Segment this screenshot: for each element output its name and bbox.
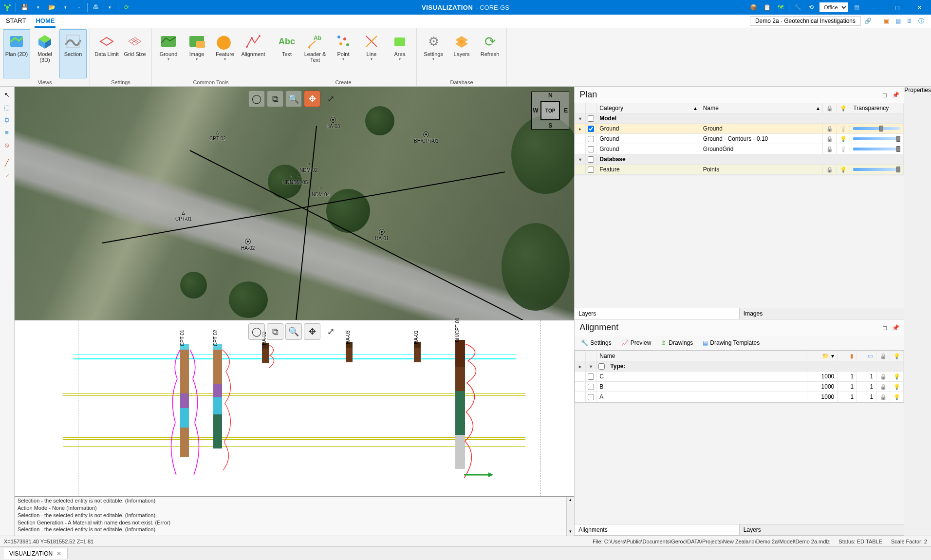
plan-tab-images[interactable]: Images: [740, 308, 905, 319]
point-button[interactable]: Point▾: [330, 29, 357, 78]
row-check[interactable]: [588, 126, 594, 132]
status-file: File: C:\Users\Public\Documents\Geroc\DA…: [593, 539, 830, 544]
ground-button[interactable]: Ground▾: [155, 29, 182, 78]
align-preview-button[interactable]: 📈Preview: [617, 337, 656, 348]
group-type-check[interactable]: [598, 363, 605, 370]
text-button[interactable]: AbcText: [273, 29, 300, 78]
pointer-tool[interactable]: ↖: [1, 89, 13, 100]
panel-pin-icon[interactable]: 📌: [892, 324, 899, 331]
window-close[interactable]: ✕: [910, 0, 929, 15]
pan-icon[interactable]: ✥: [304, 323, 320, 340]
align-templates-button[interactable]: ▤Drawing Templates: [698, 337, 764, 348]
select-poly-tool[interactable]: ⯐: [1, 114, 13, 126]
image-button[interactable]: Image▾: [183, 29, 210, 78]
row-check[interactable]: [588, 394, 594, 400]
wrench-icon[interactable]: 🔧: [792, 2, 803, 13]
select-rect-tool[interactable]: ⬚: [1, 101, 13, 113]
row-check[interactable]: [588, 373, 594, 380]
select-line-tool[interactable]: ≡: [1, 127, 13, 138]
orbit-icon[interactable]: ◯: [248, 91, 265, 107]
box-icon[interactable]: 📦: [748, 2, 759, 13]
row-check[interactable]: [588, 146, 594, 152]
row-check[interactable]: [588, 136, 594, 142]
measure-line-tool[interactable]: ╱: [1, 157, 13, 168]
compass[interactable]: N S W E TOP: [531, 92, 569, 130]
row-check[interactable]: [588, 384, 594, 390]
rib-box-icon[interactable]: ▣: [881, 16, 891, 26]
zoom-window-icon[interactable]: ⧉: [267, 91, 283, 107]
col-a[interactable]: 📁▾: [807, 351, 838, 361]
extent-icon[interactable]: ⤢: [322, 91, 339, 107]
plan-2d-button[interactable]: Plan (2D): [3, 29, 30, 78]
group-model-check[interactable]: [588, 115, 594, 122]
row-check[interactable]: [588, 167, 594, 173]
window-minimize[interactable]: —: [865, 0, 884, 15]
col-name[interactable]: Name: [596, 351, 807, 361]
map-icon[interactable]: 🗺: [775, 2, 786, 13]
close-tab-icon[interactable]: ✕: [56, 550, 61, 557]
feature-button[interactable]: ⬤▾Feature▾: [211, 29, 239, 78]
bottom-tab-visualization[interactable]: VISUALIZATION✕: [3, 548, 68, 559]
db-settings-button[interactable]: ⚙Settings▾: [420, 29, 447, 78]
grid-size-button[interactable]: Grid Size: [121, 29, 149, 78]
align-settings-button[interactable]: 🔧Settings: [577, 337, 615, 348]
refresh-button[interactable]: ⟳Refresh: [476, 29, 503, 78]
col-category[interactable]: Category ▴: [596, 103, 700, 113]
tab-start[interactable]: START: [5, 15, 27, 28]
extent-icon[interactable]: ⤢: [322, 323, 339, 340]
line-button[interactable]: Line▾: [358, 29, 385, 78]
save-icon[interactable]: 💾: [19, 2, 30, 13]
measure-poly-tool[interactable]: ⟋: [1, 169, 13, 181]
data-limit-button[interactable]: Data Limit: [93, 29, 120, 78]
panel-pin-icon[interactable]: 📌: [892, 92, 899, 98]
save-dd-icon[interactable]: ▾: [33, 2, 43, 13]
print-icon[interactable]: 🖶: [91, 2, 101, 13]
area-button[interactable]: Area▾: [386, 29, 413, 78]
app-logo-icon[interactable]: [2, 2, 13, 13]
rib-doc-icon[interactable]: 🗎: [905, 16, 914, 26]
col-bulb[interactable]: [837, 103, 850, 113]
print-dd-icon[interactable]: ▾: [104, 2, 115, 13]
align-tab-alignments[interactable]: Alignments: [575, 524, 740, 535]
group-database-check[interactable]: [588, 156, 594, 163]
orbit-icon[interactable]: ◯: [248, 323, 265, 340]
align-drawings-button[interactable]: 🗎Drawings: [656, 337, 697, 348]
panel-restore-icon[interactable]: ◻: [882, 92, 887, 98]
open-dd-icon[interactable]: ▾: [60, 2, 71, 13]
log-scrollbar[interactable]: ▴▾: [566, 497, 574, 536]
col-transparency[interactable]: Transparency: [850, 103, 904, 113]
left-toolbar: ↖ ⬚ ⯐ ≡ ⦸ ╱ ⟋: [0, 87, 15, 536]
window-maximize[interactable]: ◻: [887, 0, 907, 15]
tab-home[interactable]: HOME: [35, 15, 56, 28]
link-icon[interactable]: 🔗: [863, 16, 873, 26]
properties-tab[interactable]: Properties: [904, 87, 931, 536]
col-c[interactable]: ▭: [857, 351, 876, 361]
section-button[interactable]: Section: [59, 29, 87, 78]
zoom-icon[interactable]: 🔍: [285, 91, 302, 107]
sync-icon[interactable]: ⟲: [806, 2, 817, 13]
pan-icon[interactable]: ✥: [304, 91, 320, 107]
layers-button[interactable]: Layers: [448, 29, 475, 78]
alignment-button[interactable]: Alignment: [240, 29, 267, 78]
section-view[interactable]: ◯ ⧉ 🔍 ✥ ⤢ CPT-01: [15, 320, 574, 497]
help-icon[interactable]: ⓘ: [916, 16, 926, 26]
col-lock[interactable]: [823, 103, 837, 113]
open-icon[interactable]: 📂: [46, 2, 57, 13]
col-name[interactable]: Name ▴: [700, 103, 823, 113]
model-3d-button[interactable]: Model (3D): [31, 29, 58, 78]
newdoc-icon[interactable]: ▫: [74, 2, 84, 13]
plan-tab-layers[interactable]: Layers: [575, 308, 740, 319]
hide-tool[interactable]: ⦸: [1, 139, 13, 151]
align-tab-layers[interactable]: Layers: [740, 524, 905, 535]
theme-select[interactable]: Office: [819, 2, 848, 12]
zoom-icon[interactable]: 🔍: [285, 323, 302, 340]
zoom-window-icon[interactable]: ⧉: [267, 323, 283, 340]
rib-layout-icon[interactable]: ▤: [893, 16, 903, 26]
panel-restore-icon[interactable]: ◻: [882, 324, 887, 331]
refresh-titlebar-icon[interactable]: ⟳: [121, 2, 132, 13]
col-b[interactable]: ▮: [838, 351, 857, 361]
clipboard-icon[interactable]: 📋: [762, 2, 772, 13]
leader-text-button[interactable]: AbLeader & Text: [301, 29, 329, 78]
grid-icon[interactable]: ▦: [851, 2, 862, 13]
plan-view[interactable]: ◯ ⧉ 🔍 ✥ ⤢ N S W E TOP ▵CPT-02 ▵CPT-01 ⦿H…: [15, 87, 574, 320]
